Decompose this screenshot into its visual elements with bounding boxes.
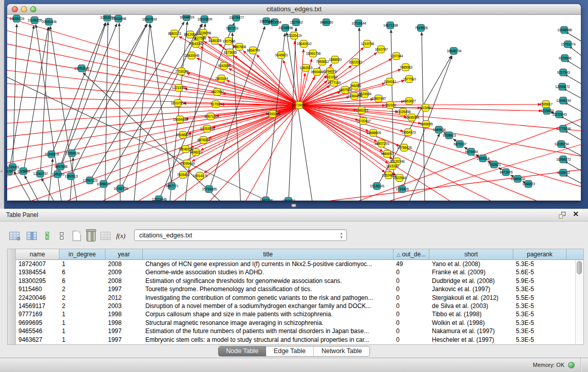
- new-table-button[interactable]: [70, 229, 84, 243]
- tab-edge-table[interactable]: Edge Table: [266, 346, 313, 356]
- graph-node[interactable]: [86, 177, 94, 184]
- select-all-rows-button[interactable]: ☑☑: [40, 229, 54, 243]
- column-header-year[interactable]: year: [105, 249, 143, 260]
- graph-node[interactable]: [213, 88, 221, 96]
- graph-node[interactable]: [45, 18, 53, 26]
- graph-node[interactable]: [48, 150, 55, 158]
- graph-node[interactable]: [369, 129, 377, 137]
- graph-node[interactable]: [322, 18, 330, 26]
- graph-node[interactable]: [170, 30, 178, 37]
- graph-node[interactable]: [249, 47, 257, 54]
- tab-network-table[interactable]: Network Table: [313, 346, 369, 356]
- graph-node[interactable]: [182, 145, 189, 153]
- graph-node[interactable]: [559, 156, 567, 163]
- graph-node[interactable]: [543, 107, 551, 115]
- graph-node[interactable]: [176, 116, 184, 123]
- graph-node[interactable]: [179, 131, 187, 139]
- graph-node[interactable]: [559, 69, 567, 76]
- graph-node[interactable]: [155, 195, 163, 201]
- graph-node[interactable]: [386, 78, 394, 85]
- graph-node[interactable]: [361, 90, 368, 98]
- splitter-handle-icon[interactable]: [291, 204, 296, 207]
- graph-node[interactable]: [400, 144, 408, 151]
- column-visibility-button[interactable]: [25, 229, 39, 243]
- vertical-scrollbar[interactable]: [575, 260, 583, 344]
- graph-node[interactable]: [192, 148, 200, 156]
- column-header-short[interactable]: short: [429, 249, 513, 260]
- graph-node[interactable]: [456, 140, 464, 148]
- graph-node[interactable]: [327, 73, 335, 81]
- graph-node[interactable]: [378, 140, 385, 147]
- graph-node[interactable]: [408, 114, 416, 121]
- graph-node[interactable]: [196, 172, 204, 180]
- table-row[interactable]: 1456911722003Disruption of a novel membe…: [16, 302, 575, 310]
- graph-node[interactable]: [292, 18, 300, 26]
- graph-node[interactable]: [560, 26, 568, 34]
- close-panel-icon[interactable]: ✕: [573, 210, 579, 218]
- scrollbar-thumb[interactable]: [577, 261, 582, 274]
- graph-node[interactable]: [285, 197, 292, 201]
- graph-node[interactable]: [262, 196, 270, 201]
- table-row[interactable]: 1872400712008Changes of HCN gene express…: [16, 260, 575, 268]
- graph-node[interactable]: [399, 108, 407, 116]
- graph-node[interactable]: [525, 180, 532, 188]
- graph-node[interactable]: [57, 163, 64, 170]
- graph-node[interactable]: [269, 110, 276, 118]
- graph-node[interactable]: [179, 171, 187, 179]
- graph-node[interactable]: [211, 37, 219, 45]
- graph-node[interactable]: [402, 63, 409, 71]
- graph-node[interactable]: [100, 180, 107, 188]
- graph-node[interactable]: [490, 161, 498, 168]
- graph-node[interactable]: [188, 52, 195, 59]
- graph-node[interactable]: [404, 128, 412, 136]
- graph-node[interactable]: [54, 170, 61, 178]
- graph-node[interactable]: [217, 75, 225, 82]
- graph-node[interactable]: [226, 49, 234, 56]
- graph-node[interactable]: [467, 148, 475, 156]
- graph-node[interactable]: [295, 101, 303, 109]
- graph-node[interactable]: [564, 40, 572, 48]
- float-panel-icon[interactable]: [559, 212, 565, 218]
- function-builder-button[interactable]: f(x): [114, 229, 128, 243]
- row-height-button[interactable]: [54, 229, 69, 243]
- graph-node[interactable]: [183, 160, 191, 167]
- graph-node[interactable]: [388, 162, 396, 170]
- close-window-icon[interactable]: [12, 6, 18, 12]
- column-header-in-degree[interactable]: in_degree: [59, 249, 105, 260]
- graph-node[interactable]: [220, 62, 228, 70]
- graph-node[interactable]: [200, 136, 207, 144]
- graph-node[interactable]: [542, 100, 550, 108]
- graph-node[interactable]: [7, 167, 13, 175]
- graph-node[interactable]: [31, 16, 38, 24]
- graph-node[interactable]: [398, 185, 406, 193]
- graph-node[interactable]: [558, 83, 566, 91]
- table-row[interactable]: 969969511998Structural magnetic resonanc…: [16, 319, 575, 327]
- network-graph-canvas[interactable]: 1872400724055724191062552069140620553059…: [7, 15, 581, 201]
- graph-node[interactable]: [290, 32, 298, 39]
- graph-node[interactable]: [405, 97, 413, 105]
- table-row[interactable]: 977716911998Corpus callosum shape and si…: [16, 310, 575, 318]
- graph-node[interactable]: [183, 15, 190, 21]
- network-window-titlebar[interactable]: citations_edges.txt: [7, 4, 581, 15]
- graph-node[interactable]: [417, 24, 425, 32]
- graph-node[interactable]: [115, 15, 122, 23]
- graph-node[interactable]: [225, 37, 232, 45]
- graph-node[interactable]: [68, 149, 76, 157]
- graph-node[interactable]: [386, 21, 394, 29]
- graph-node[interactable]: [450, 47, 458, 55]
- table-settings-button[interactable]: ⚙: [7, 229, 21, 243]
- graph-node[interactable]: [385, 171, 393, 179]
- graph-node[interactable]: [559, 97, 567, 104]
- graph-node[interactable]: [318, 58, 326, 65]
- graph-node[interactable]: [445, 132, 453, 139]
- graph-node[interactable]: [375, 95, 382, 102]
- graph-node[interactable]: [117, 185, 124, 192]
- graph-node[interactable]: [405, 75, 413, 83]
- table-row[interactable]: 1830029562008Estimation of significance …: [16, 277, 575, 285]
- graph-node[interactable]: [277, 51, 285, 59]
- graph-node[interactable]: [555, 111, 563, 118]
- graph-node[interactable]: [383, 150, 391, 158]
- graph-node[interactable]: [355, 19, 362, 27]
- graph-node[interactable]: [331, 56, 339, 63]
- graph-node[interactable]: [351, 92, 358, 100]
